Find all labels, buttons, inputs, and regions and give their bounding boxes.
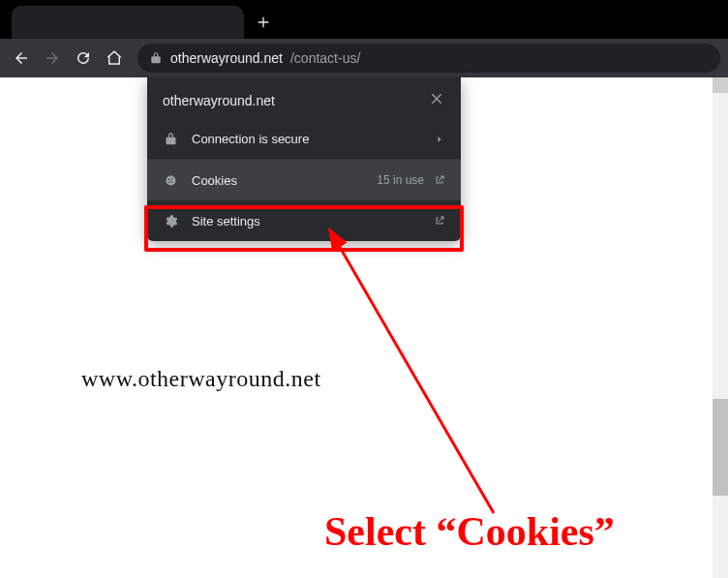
cookie-icon — [163, 173, 178, 188]
address-bar[interactable]: otherwayround.net/contact-us/ — [137, 44, 720, 73]
svg-line-5 — [337, 242, 494, 513]
annotation-text: Select “Cookies” — [324, 508, 615, 555]
arrow-left-icon — [13, 49, 30, 67]
scrollbar-up-button[interactable] — [713, 77, 728, 93]
arrow-right-icon — [44, 49, 61, 67]
svg-point-0 — [166, 175, 175, 185]
home-icon — [106, 49, 123, 67]
reload-button[interactable] — [70, 45, 97, 72]
chevron-right-icon — [434, 134, 445, 145]
url-path: /contact-us/ — [290, 50, 360, 66]
home-button[interactable] — [101, 45, 128, 72]
connection-secure-label: Connection is secure — [192, 132, 420, 146]
svg-point-3 — [170, 180, 172, 182]
cookies-row[interactable]: Cookies 15 in use — [147, 160, 461, 200]
lock-icon — [149, 51, 163, 65]
browser-toolbar: otherwayround.net/contact-us/ — [0, 39, 728, 77]
watermark-text: www.otherwayround.net — [81, 366, 321, 392]
gear-icon — [163, 214, 178, 228]
connection-secure-row[interactable]: Connection is secure — [147, 119, 461, 160]
annotation-arrow — [290, 223, 581, 542]
cookies-label: Cookies — [192, 173, 363, 188]
site-info-popover: otherwayround.net Connection is secure C… — [147, 77, 461, 241]
close-icon — [430, 91, 445, 106]
page-viewport: otherwayround.net Connection is secure C… — [0, 77, 728, 578]
back-button[interactable] — [8, 45, 35, 72]
popover-header: otherwayround.net — [147, 77, 461, 119]
lock-icon — [163, 132, 178, 146]
forward-button[interactable] — [39, 45, 66, 72]
open-external-icon — [434, 215, 445, 227]
reload-icon — [75, 49, 92, 67]
open-external-icon — [434, 174, 445, 186]
browser-tab[interactable] — [12, 6, 244, 39]
plus-icon — [256, 15, 271, 30]
close-popover-button[interactable] — [430, 91, 445, 109]
svg-point-4 — [168, 181, 169, 182]
url-domain: otherwayround.net — [170, 50, 283, 66]
site-settings-label: Site settings — [192, 214, 420, 228]
scrollbar-thumb[interactable] — [713, 399, 728, 496]
vertical-scrollbar[interactable] — [713, 77, 728, 578]
svg-point-1 — [167, 178, 169, 180]
popover-site-title: otherwayround.net — [163, 93, 430, 108]
cookies-count: 15 in use — [377, 173, 424, 187]
svg-point-2 — [171, 177, 172, 178]
site-settings-row[interactable]: Site settings — [147, 200, 461, 241]
new-tab-button[interactable] — [250, 9, 277, 36]
tab-strip — [0, 0, 728, 39]
